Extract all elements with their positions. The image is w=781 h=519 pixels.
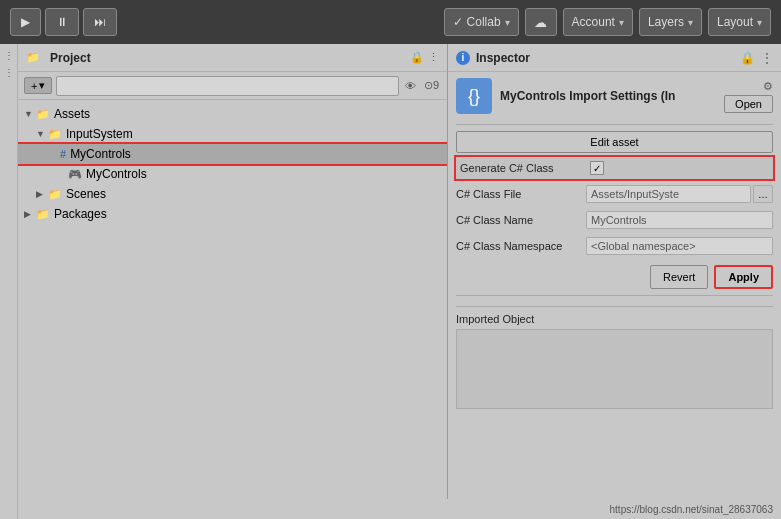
tree-label-packages: Packages: [54, 207, 107, 221]
generate-csharp-row: Generate C# Class ✓: [456, 157, 773, 179]
csharp-name-label: C# Class Name: [456, 214, 586, 226]
revert-button[interactable]: Revert: [650, 265, 708, 289]
top-toolbar: ▶ ⏸ ⏭ ✓ Collab ▾ ☁ Account ▾ Layers ▾ La…: [0, 0, 781, 44]
inspector-header-icons: 🔒 ⋮: [740, 51, 773, 65]
layers-label: Layers: [648, 15, 684, 29]
inspector-content: {} MyControls Import Settings (In ⚙ Open…: [448, 72, 781, 519]
cloud-button[interactable]: ☁: [525, 8, 557, 36]
layout-chevron: ▾: [757, 17, 762, 28]
project-panel: 📁 Project 🔒 ⋮ + ▾ 👁 ⊙9 📁 Assets: [18, 44, 448, 519]
play-button[interactable]: ▶: [10, 8, 41, 36]
asset-icon-text: {}: [468, 86, 480, 107]
csharp-namespace-row: C# Class Namespace <Global namespace>: [456, 235, 773, 257]
tree-label-mycontrols-asset: MyControls: [86, 167, 147, 181]
tree-item-scenes[interactable]: 📁 Scenes: [18, 184, 447, 204]
tree-item-assets[interactable]: 📁 Assets: [18, 104, 447, 124]
collab-chevron: ▾: [505, 17, 510, 28]
asset-name: MyControls Import Settings (In: [500, 89, 716, 103]
tree-item-packages[interactable]: 📁 Packages: [18, 204, 447, 224]
add-chevron: ▾: [39, 79, 45, 92]
project-panel-header: 📁 Project 🔒 ⋮: [18, 44, 447, 72]
tree-label-assets: Assets: [54, 107, 90, 121]
tree-arrow-packages: [24, 209, 36, 219]
apply-button[interactable]: Apply: [714, 265, 773, 289]
folder-icon: 📁: [26, 51, 40, 64]
csharp-name-value: MyControls: [586, 211, 773, 229]
inspector-panel: i Inspector 🔒 ⋮ {} MyControls Import Set…: [448, 44, 781, 519]
check-icon: ✓: [453, 15, 463, 29]
eye-icon[interactable]: 👁: [403, 78, 418, 94]
left-sidebar: ⋮ ⋮: [0, 44, 18, 519]
project-panel-title: Project: [50, 51, 91, 65]
collab-label: Collab: [467, 15, 501, 29]
browse-file-button[interactable]: …: [753, 185, 773, 203]
account-chevron: ▾: [619, 17, 624, 28]
tree-arrow-inputsystem: [36, 129, 48, 139]
pause-button[interactable]: ⏸: [45, 8, 79, 36]
layout-label: Layout: [717, 15, 753, 29]
separator-2: [456, 295, 773, 296]
bottom-bar: https://blog.csdn.net/sinat_28637063: [440, 499, 781, 519]
layers-chevron: ▾: [688, 17, 693, 28]
csharp-file-label: C# Class File: [456, 188, 586, 200]
tree-arrow-scenes: [36, 189, 48, 199]
cloud-icon: ☁: [534, 15, 547, 30]
csharp-name-row: C# Class Name MyControls: [456, 209, 773, 231]
lock-icon[interactable]: 🔒: [410, 51, 424, 64]
tree-label-mycontrols-hash: MyControls: [70, 147, 131, 161]
main-area: ⋮ ⋮ 📁 Project 🔒 ⋮ + ▾ 👁 ⊙9 📁: [0, 44, 781, 519]
more-icon[interactable]: ⋮: [428, 51, 439, 64]
generate-csharp-checkbox[interactable]: ✓: [590, 161, 604, 175]
open-button[interactable]: Open: [724, 95, 773, 113]
search-input[interactable]: [56, 76, 398, 96]
toolbar-center: ✓ Collab ▾ ☁ Account ▾ Layers ▾ Layout ▾: [444, 8, 771, 36]
tree-item-mycontrols-hash[interactable]: # MyControls: [18, 144, 447, 164]
layers-button[interactable]: Layers ▾: [639, 8, 702, 36]
more-icon-inspector[interactable]: ⋮: [761, 51, 773, 65]
inspector-header: i Inspector 🔒 ⋮: [448, 44, 781, 72]
revert-apply-row: Revert Apply: [456, 265, 773, 289]
assets-folder-icon: 📁: [36, 108, 50, 121]
inputsystem-folder-icon: 📁: [48, 128, 62, 141]
separator-1: [456, 124, 773, 125]
asset-icon-small: 🎮: [68, 168, 82, 181]
project-header-icons: 🔒 ⋮: [410, 51, 439, 64]
info-icon: i: [456, 51, 470, 65]
csharp-namespace-value: <Global namespace>: [586, 237, 773, 255]
tree-label-scenes: Scenes: [66, 187, 106, 201]
sidebar-icon-2[interactable]: ⋮: [2, 65, 16, 80]
imported-object-label: Imported Object: [456, 313, 773, 325]
asset-header: {} MyControls Import Settings (In ⚙ Open: [456, 78, 773, 114]
tree-arrow-assets: [24, 109, 36, 119]
edit-asset-button[interactable]: Edit asset: [456, 131, 773, 153]
add-button[interactable]: + ▾: [24, 77, 52, 94]
account-button[interactable]: Account ▾: [563, 8, 633, 36]
layout-button[interactable]: Layout ▾: [708, 8, 771, 36]
file-tree: 📁 Assets 📁 InputSystem # MyControls 🎮 My…: [18, 100, 447, 519]
settings-icon[interactable]: ⚙: [763, 80, 773, 93]
bottom-url: https://blog.csdn.net/sinat_28637063: [610, 504, 773, 515]
asset-icon-block: {}: [456, 78, 492, 114]
inspector-title: Inspector: [476, 51, 530, 65]
scenes-folder-icon: 📁: [48, 188, 62, 201]
step-button[interactable]: ⏭: [83, 8, 117, 36]
lock-icon-inspector[interactable]: 🔒: [740, 51, 755, 65]
csharp-file-value: Assets/InputSyste: [586, 185, 751, 203]
imported-object-section: Imported Object: [456, 306, 773, 409]
tree-item-mycontrols-asset[interactable]: 🎮 MyControls: [18, 164, 447, 184]
tree-label-inputsystem: InputSystem: [66, 127, 133, 141]
imported-object-area: [456, 329, 773, 409]
hash-icon: #: [60, 148, 66, 160]
csharp-namespace-label: C# Class Namespace: [456, 240, 586, 252]
generate-csharp-label: Generate C# Class: [460, 162, 590, 174]
packages-folder-icon: 📁: [36, 208, 50, 221]
toolbar-left: ▶ ⏸ ⏭: [10, 8, 117, 36]
filter-icon[interactable]: ⊙9: [422, 77, 441, 94]
sidebar-icon-1[interactable]: ⋮: [2, 48, 16, 63]
csharp-file-row: C# Class File Assets/InputSyste …: [456, 183, 773, 205]
account-label: Account: [572, 15, 615, 29]
tree-item-inputsystem[interactable]: 📁 InputSystem: [18, 124, 447, 144]
project-toolbar: + ▾ 👁 ⊙9: [18, 72, 447, 100]
collab-button[interactable]: ✓ Collab ▾: [444, 8, 519, 36]
add-label: +: [31, 80, 37, 92]
